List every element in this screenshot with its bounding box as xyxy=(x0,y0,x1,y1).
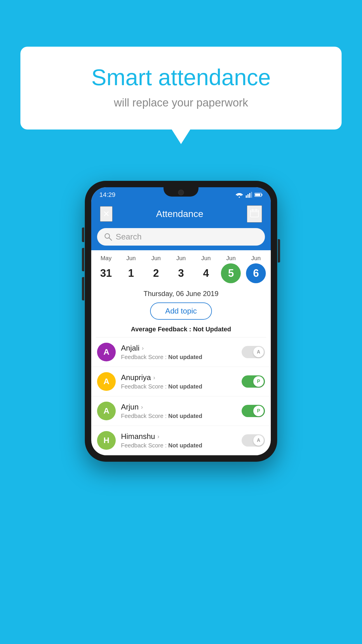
mute-button xyxy=(82,228,84,242)
volume-up-button xyxy=(82,248,84,271)
cal-date-label: 6 xyxy=(246,263,266,283)
student-name: Himanshu › xyxy=(121,432,236,441)
cal-month-label: Jun xyxy=(251,255,261,262)
student-feedback: Feedback Score : Not updated xyxy=(121,383,236,390)
search-bar-container: Search xyxy=(91,225,271,250)
app-bar: ✕ Attendance xyxy=(91,202,271,225)
calendar-day[interactable]: Jun3 xyxy=(169,255,193,283)
calendar-day[interactable]: Jun2 xyxy=(144,255,168,283)
cal-month-label: Jun xyxy=(151,255,161,262)
svg-rect-6 xyxy=(261,194,262,196)
svg-point-0 xyxy=(239,197,240,198)
phone-wrapper: 14:29 xyxy=(85,181,277,462)
cal-month-label: Jun xyxy=(126,255,136,262)
list-item[interactable]: HHimanshu ›Feedback Score : Not updatedA xyxy=(91,426,271,455)
svg-rect-3 xyxy=(249,193,250,198)
cal-month-label: Jun xyxy=(226,255,236,262)
attendance-toggle[interactable]: P xyxy=(242,375,265,388)
avatar: A xyxy=(97,372,116,391)
student-feedback: Feedback Score : Not updated xyxy=(121,413,236,419)
cal-month-label: May xyxy=(101,255,112,262)
battery-icon xyxy=(254,192,263,197)
cal-date-label: 1 xyxy=(121,263,141,283)
svg-rect-10 xyxy=(256,209,256,211)
student-feedback: Feedback Score : Not updated xyxy=(121,442,236,449)
volume-down-button xyxy=(82,277,84,300)
search-bar[interactable]: Search xyxy=(97,228,265,246)
student-info: Anupriya ›Feedback Score : Not updated xyxy=(121,373,236,390)
cal-date-label: 31 xyxy=(96,263,116,283)
svg-line-12 xyxy=(109,238,112,240)
cal-date-label: 4 xyxy=(196,263,216,283)
student-name: Arjun › xyxy=(121,402,236,412)
calendar-icon xyxy=(250,208,259,218)
feedback-label: Average Feedback : xyxy=(131,326,193,333)
attendance-toggle[interactable]: A xyxy=(242,434,265,447)
cal-date-label: 3 xyxy=(171,263,191,283)
wifi-icon xyxy=(235,192,243,198)
cal-month-label: Jun xyxy=(201,255,211,262)
toggle-knob: P xyxy=(253,406,264,416)
attendance-toggle[interactable]: P xyxy=(242,405,265,417)
feedback-summary: Average Feedback : Not Updated xyxy=(91,324,271,337)
avatar: A xyxy=(97,343,116,361)
phone-outer: 14:29 xyxy=(85,181,277,462)
calendar-day[interactable]: Jun6 xyxy=(244,255,268,283)
speech-bubble: Smart attendance will replace your paper… xyxy=(20,47,342,130)
calendar-button[interactable] xyxy=(247,205,262,223)
status-time: 14:29 xyxy=(99,191,115,199)
svg-rect-2 xyxy=(247,194,249,198)
calendar-day[interactable]: Jun4 xyxy=(194,255,218,283)
selected-date-label: Thursday, 06 June 2019 xyxy=(91,286,271,300)
front-camera xyxy=(178,190,184,195)
svg-rect-7 xyxy=(255,194,260,196)
student-info: Himanshu ›Feedback Score : Not updated xyxy=(121,432,236,449)
phone-screen: 14:29 xyxy=(91,187,271,455)
add-topic-button[interactable]: Add topic xyxy=(150,302,212,320)
search-input[interactable]: Search xyxy=(116,232,142,242)
speech-bubble-title: Smart attendance xyxy=(44,64,318,91)
power-button xyxy=(278,239,280,262)
student-list: AAnjali ›Feedback Score : Not updatedAAA… xyxy=(91,337,271,455)
cal-date-label: 2 xyxy=(146,263,166,283)
cal-date-label: 5 xyxy=(221,263,241,283)
calendar-strip: May31Jun1Jun2Jun3Jun4Jun5Jun6 xyxy=(91,250,271,286)
avatar: A xyxy=(97,402,116,420)
app-bar-title: Attendance xyxy=(156,209,203,219)
avatar: H xyxy=(97,431,116,450)
attendance-toggle[interactable]: A xyxy=(242,346,265,358)
toggle-knob: A xyxy=(253,435,264,446)
svg-rect-9 xyxy=(252,209,253,211)
speech-bubble-container: Smart attendance will replace your paper… xyxy=(20,47,342,130)
student-info: Arjun ›Feedback Score : Not updated xyxy=(121,402,236,419)
close-button[interactable]: ✕ xyxy=(100,206,113,222)
list-item[interactable]: AAnjali ›Feedback Score : Not updatedA xyxy=(91,337,271,367)
calendar-day[interactable]: Jun1 xyxy=(119,255,143,283)
phone-notch xyxy=(164,187,198,197)
speech-bubble-subtitle: will replace your paperwork xyxy=(44,97,318,109)
calendar-day[interactable]: May31 xyxy=(94,255,118,283)
search-icon xyxy=(104,233,112,241)
svg-rect-4 xyxy=(251,192,252,198)
student-feedback: Feedback Score : Not updated xyxy=(121,354,236,360)
list-item[interactable]: AArjun ›Feedback Score : Not updatedP xyxy=(91,396,271,426)
student-info: Anjali ›Feedback Score : Not updated xyxy=(121,344,236,360)
toggle-knob: P xyxy=(253,376,264,387)
cal-month-label: Jun xyxy=(176,255,186,262)
list-item[interactable]: AAnupriya ›Feedback Score : Not updatedP xyxy=(91,367,271,396)
feedback-value: Not Updated xyxy=(193,326,231,333)
svg-rect-1 xyxy=(246,195,247,198)
calendar-day[interactable]: Jun5 xyxy=(219,255,243,283)
toggle-knob: A xyxy=(253,347,264,357)
status-icons xyxy=(235,192,263,198)
svg-rect-8 xyxy=(250,210,259,217)
student-name: Anjali › xyxy=(121,344,236,353)
student-name: Anupriya › xyxy=(121,373,236,382)
signal-icon xyxy=(246,192,252,198)
